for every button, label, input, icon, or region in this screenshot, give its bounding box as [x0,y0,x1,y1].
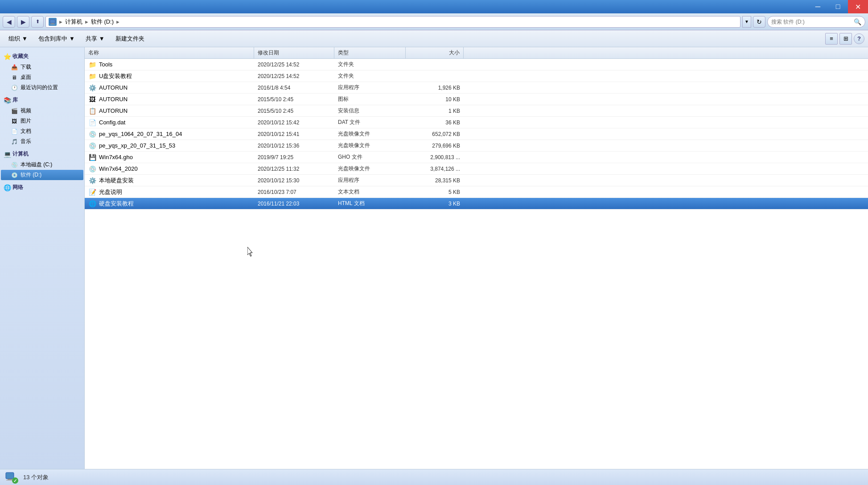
view-details-button[interactable]: ⊞ [839,33,852,45]
file-size: 36 KB [406,119,464,126]
file-type: HTML 文档 [334,200,406,207]
downloads-icon: 📥 [11,64,18,71]
up-button[interactable]: ⬆ [31,16,44,28]
file-type: 文件夹 [334,72,406,80]
file-name-cell: 💾 Win7x64.gho [85,153,254,161]
sidebar-header-computer[interactable]: 💻 计算机 [0,148,84,160]
table-row[interactable]: 💿 pe_yqs_xp_20_07_31_15_53 2020/10/12 15… [85,140,868,152]
file-type: 文本文档 [334,188,406,196]
address-bar: ◀ ▶ ⬆ ► 计算机 ► 软件 (D:) ► ▼ ↻ 🔍 [0,13,868,30]
column-header-name[interactable]: 名称 [85,47,254,58]
pictures-icon: 🖼 [11,118,18,125]
favorites-icon: ⭐ [4,53,11,60]
file-icon: 📁 [88,61,96,69]
sidebar-item-drive-d[interactable]: 💿 软件 (D:) [1,170,83,180]
file-date: 2016/11/21 22:03 [254,201,334,207]
minimize-button[interactable]: ─ [808,0,828,13]
sidebar-item-recent[interactable]: 🕐 最近访问的位置 [0,82,84,93]
file-name-cell: 📄 Config.dat [85,119,254,127]
file-date: 2015/5/10 2:45 [254,108,334,114]
column-header-size[interactable]: 大小 [406,47,464,58]
file-icon: 🖼 [88,95,96,103]
docs-icon: 📄 [11,128,18,135]
address-path[interactable]: ► 计算机 ► 软件 (D:) ► [45,16,740,28]
new-folder-button[interactable]: 新建文件夹 [111,33,149,45]
file-icon: 💿 [88,165,96,173]
file-name: pe_yqs_1064_20_07_31_16_04 [99,131,182,137]
file-name-cell: 📁 Tools [85,61,254,69]
file-name-cell: 📝 光盘说明 [85,188,254,196]
sidebar-item-video[interactable]: 🎬 视频 [0,106,84,116]
share-label: 共享 [86,35,97,43]
file-name-cell: 📁 U盘安装教程 [85,72,254,80]
table-row[interactable]: ⚙️ 本地硬盘安装 2020/10/12 15:30 应用程序 28,315 K… [85,175,868,186]
organize-label: 组织 [8,35,20,43]
sidebar-header-favorites[interactable]: ⭐ 收藏夹 [0,51,84,62]
sidebar-header-library[interactable]: 📚 库 [0,95,84,106]
table-row[interactable]: 📁 U盘安装教程 2020/12/25 14:52 文件夹 [85,70,868,82]
column-header-date[interactable]: 修改日期 [254,47,334,58]
docs-label: 文档 [21,127,31,135]
downloads-label: 下载 [21,63,31,71]
toolbar-right: ≡ ⊞ ? [825,33,864,45]
share-button[interactable]: 共享 ▼ [81,33,110,45]
search-input[interactable] [771,19,852,25]
refresh-button[interactable]: ↻ [753,16,765,28]
file-name-cell: ⚙️ AUTORUN [85,84,254,92]
sidebar-item-music[interactable]: 🎵 音乐 [0,136,84,147]
file-type: 文件夹 [334,61,406,68]
include-library-button[interactable]: 包含到库中 ▼ [33,33,80,45]
file-date: 2020/12/25 14:52 [254,62,334,68]
status-icon: ✓ [4,470,19,485]
file-name: pe_yqs_xp_20_07_31_15_53 [99,142,175,149]
sidebar-item-desktop[interactable]: 🖥 桌面 [0,72,84,82]
table-row[interactable]: 📁 Tools 2020/12/25 14:52 文件夹 [85,59,868,70]
table-row[interactable]: 📄 Config.dat 2020/10/12 15:42 DAT 文件 36 … [85,117,868,128]
file-type: 应用程序 [334,177,406,184]
file-size: 3,874,126 ... [406,166,464,172]
view-toggle-button[interactable]: ≡ [825,33,838,45]
svg-rect-0 [50,20,55,23]
path-separator-3: ► [115,19,120,25]
library-icon: 📚 [4,97,11,104]
sidebar-header-network[interactable]: 🌐 网络 [0,182,84,193]
path-computer-icon [49,18,57,26]
file-name-cell: 💿 pe_yqs_1064_20_07_31_16_04 [85,130,254,138]
share-chevron: ▼ [99,35,105,42]
close-button[interactable]: ✕ [848,0,868,13]
file-size: 10 KB [406,96,464,103]
path-dropdown-button[interactable]: ▼ [742,16,751,28]
table-row[interactable]: 🖼 AUTORUN 2015/5/10 2:45 图标 10 KB [85,94,868,105]
column-header-type[interactable]: 类型 [334,47,406,58]
forward-button[interactable]: ▶ [17,16,29,28]
help-button[interactable]: ? [854,33,864,44]
organize-button[interactable]: 组织 ▼ [4,33,33,45]
table-row[interactable]: ⚙️ AUTORUN 2016/1/8 4:54 应用程序 1,926 KB [85,82,868,94]
table-row[interactable]: 📝 光盘说明 2016/10/23 7:07 文本文档 5 KB [85,186,868,198]
table-row[interactable]: 💾 Win7x64.gho 2019/9/7 19:25 GHO 文件 2,90… [85,152,868,163]
table-row[interactable]: 🌐 硬盘安装教程 2016/11/21 22:03 HTML 文档 3 KB [85,198,868,210]
search-box: 🔍 [767,16,865,28]
file-name: 本地硬盘安装 [99,177,134,185]
computer-icon: 💻 [4,151,11,158]
path-computer[interactable]: 计算机 [65,18,82,26]
back-button[interactable]: ◀ [3,16,15,28]
sidebar-section-library: 📚 库 🎬 视频 🖼 图片 📄 文档 🎵 音乐 [0,95,84,147]
svg-rect-2 [50,24,55,24]
table-row[interactable]: 📋 AUTORUN 2015/5/10 2:45 安装信息 1 KB [85,105,868,117]
search-icon[interactable]: 🔍 [854,18,861,25]
file-date: 2015/5/10 2:45 [254,96,334,103]
sidebar-section-network: 🌐 网络 [0,182,84,193]
file-name: U盘安装教程 [99,72,132,80]
col-date-label: 修改日期 [258,49,279,57]
sidebar-item-pictures[interactable]: 🖼 图片 [0,116,84,126]
network-label: 网络 [12,184,23,191]
table-row[interactable]: 💿 Win7x64_2020 2020/12/25 11:32 光盘映像文件 3… [85,163,868,175]
maximize-button[interactable]: □ [828,0,848,13]
file-list: 📁 Tools 2020/12/25 14:52 文件夹 📁 U盘安装教程 20… [85,59,868,210]
table-row[interactable]: 💿 pe_yqs_1064_20_07_31_16_04 2020/10/12 … [85,128,868,140]
sidebar-item-drive-c[interactable]: 💿 本地磁盘 (C:) [0,160,84,170]
path-drive[interactable]: 软件 (D:) [91,18,114,26]
sidebar-item-docs[interactable]: 📄 文档 [0,126,84,136]
sidebar-item-downloads[interactable]: 📥 下载 [0,62,84,72]
